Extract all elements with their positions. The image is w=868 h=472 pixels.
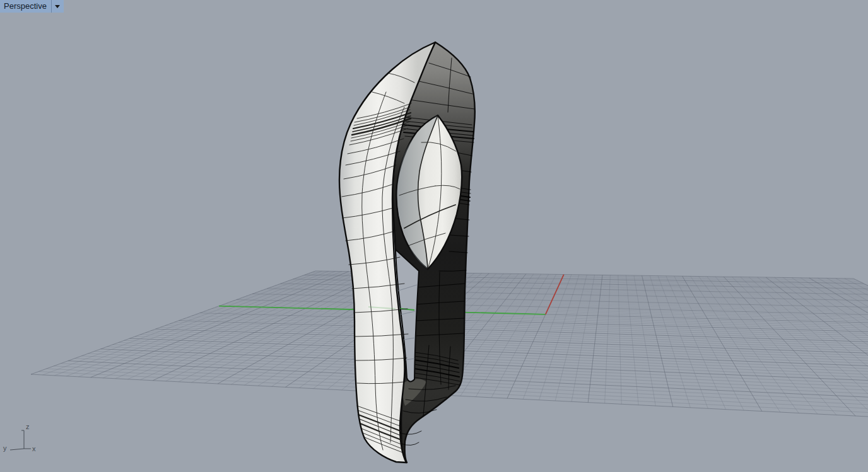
- gizmo-x-label: x: [32, 445, 36, 452]
- scene: [31, 42, 868, 463]
- gizmo-y-axis-line: [10, 449, 24, 450]
- viewport-canvas[interactable]: z x y: [0, 0, 868, 472]
- viewport-label-bar[interactable]: Perspective: [0, 0, 64, 13]
- viewport-title[interactable]: Perspective: [0, 0, 51, 13]
- world-axes-gizmo: z x y: [3, 423, 36, 452]
- rhino-perspective-viewport: z x y Perspective: [0, 0, 868, 472]
- viewport-dropdown-button[interactable]: [52, 0, 64, 13]
- model-object[interactable]: [339, 42, 475, 463]
- chevron-down-icon: [55, 5, 60, 8]
- gizmo-z-label: z: [26, 423, 30, 430]
- gizmo-y-label: y: [3, 444, 7, 452]
